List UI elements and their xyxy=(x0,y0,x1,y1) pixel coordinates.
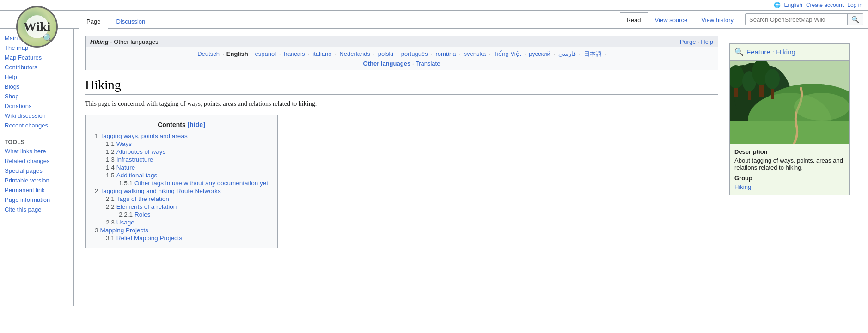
lang-box-actions: Purge · Help xyxy=(680,38,713,45)
sidebar-item-permanent-link[interactable]: Permanent link xyxy=(0,185,73,195)
search-box: 🔍 xyxy=(745,13,863,25)
lang-nederlands[interactable]: Nederlands xyxy=(339,50,370,57)
lang-english: English xyxy=(226,50,248,57)
toc-item-1-3: 1.3Infrastructure xyxy=(95,156,268,163)
svg-rect-6 xyxy=(730,121,849,144)
lang-svenska[interactable]: svenska xyxy=(464,50,486,57)
top-bar: 🌐 English Create account Log in xyxy=(0,0,868,11)
lang-box-title-rest: - Other languages xyxy=(109,38,159,45)
toc-item-3: 3Mapping Projects xyxy=(95,226,268,234)
feature-description-title: Description xyxy=(734,148,844,155)
sidebar-item-what-links-here[interactable]: What links here xyxy=(0,146,73,156)
toc-title: Contents xyxy=(158,121,186,128)
sidebar: Main Page The map Map Features Contribut… xyxy=(0,29,74,306)
action-view-source[interactable]: View source xyxy=(648,12,695,27)
table-of-contents: Contents [hide] 1Tagging ways, points an… xyxy=(85,115,278,248)
tools-section-title: Tools xyxy=(0,136,73,146)
lang-espanol[interactable]: español xyxy=(255,50,276,57)
search-button[interactable]: 🔍 xyxy=(847,14,863,25)
toc-item-1-5-1: 1.5.1Other tags in use without any docum… xyxy=(95,179,268,187)
sidebar-item-wiki-discussion[interactable]: Wiki discussion xyxy=(0,111,73,121)
toc-hide-button[interactable]: [hide] xyxy=(188,121,205,128)
header-actions: Read View source View history xyxy=(620,11,741,28)
sidebar-item-shop[interactable]: Shop xyxy=(0,91,73,101)
toc-item-2-1: 2.1Tags of the relation xyxy=(95,195,268,203)
page-tabs: Page Discussion xyxy=(79,11,620,28)
feature-box-header: 🔍 Feature : Hiking xyxy=(730,44,849,61)
svg-point-14 xyxy=(765,69,780,89)
language-box: Hiking - Other languages Purge · Help De… xyxy=(85,36,718,70)
sidebar-item-page-information[interactable]: Page information xyxy=(0,195,73,205)
tab-discussion[interactable]: Discussion xyxy=(108,14,153,29)
lang-box-title: Hiking - Other languages xyxy=(90,38,158,45)
toc-item-2-2: 2.2Elements of a relation xyxy=(95,203,268,211)
search-input[interactable] xyxy=(746,14,847,25)
lang-italiano[interactable]: italiano xyxy=(312,50,331,57)
other-languages-link[interactable]: Other languages xyxy=(363,60,411,67)
logo-text: Wiki xyxy=(25,15,49,38)
toc-item-2-3: 2.3Usage xyxy=(95,218,268,226)
lang-polski[interactable]: polski xyxy=(378,50,393,57)
toc-item-1-4: 1.4Nature xyxy=(95,163,268,171)
sidebar-divider xyxy=(5,133,69,133)
create-account-link[interactable]: Create account xyxy=(806,2,844,8)
lang-romana[interactable]: română xyxy=(436,50,456,57)
sidebar-item-printable-version[interactable]: Printable version xyxy=(0,176,73,185)
svg-point-15 xyxy=(794,93,849,121)
page-right-panel: 🔍 Feature : Hiking xyxy=(729,29,859,306)
sidebar-item-recent-changes[interactable]: Recent changes xyxy=(0,121,73,130)
feature-description-text: About tagging of ways, points, areas and… xyxy=(734,157,844,171)
feature-group-link[interactable]: Hiking xyxy=(734,183,751,190)
lang-francais[interactable]: français xyxy=(284,50,305,57)
sidebar-item-help[interactable]: Help xyxy=(0,72,73,82)
tab-page[interactable]: Page xyxy=(79,14,108,29)
sidebar-item-contributors[interactable]: Contributors xyxy=(0,62,73,72)
language-list: Deutsch · English · español · français ·… xyxy=(90,50,713,58)
main-layout: Main Page The map Map Features Contribut… xyxy=(0,29,868,306)
toc-item-1-2: 1.2Attributes of ways xyxy=(95,148,268,156)
translate-link[interactable]: Translate xyxy=(416,60,440,67)
sidebar-item-special-pages[interactable]: Special pages xyxy=(0,166,73,176)
wiki-logo: Wiki 🔍 xyxy=(16,6,58,48)
lang-farsi[interactable]: فارسی xyxy=(558,50,576,57)
lang-russian[interactable]: русский xyxy=(529,50,550,57)
lang-box-title-italic: Hiking xyxy=(90,38,109,45)
toc-header: Contents [hide] xyxy=(95,121,268,128)
sidebar-item-map-features[interactable]: Map Features xyxy=(0,53,73,62)
toc-item-1-1: 1.1Ways xyxy=(95,140,268,148)
lang-box-content: Deutsch · English · español · français ·… xyxy=(86,47,718,70)
lang-box-header: Hiking - Other languages Purge · Help xyxy=(86,36,718,47)
toc-item-1-5: 1.5Additional tags xyxy=(95,171,268,179)
feature-box-body: Description About tagging of ways, point… xyxy=(730,144,849,195)
toc-items: 1Tagging ways, points and areas1.1Ways1.… xyxy=(95,132,268,242)
action-view-history[interactable]: View history xyxy=(694,12,740,27)
lang-portugues[interactable]: português xyxy=(401,50,428,57)
toc-item-3-1: 3.1Relief Mapping Projects xyxy=(95,234,268,242)
feature-box: 🔍 Feature : Hiking xyxy=(729,43,850,195)
feature-title: Feature : Hiking xyxy=(746,48,795,56)
sidebar-item-donations[interactable]: Donations xyxy=(0,101,73,111)
toc-item-1: 1Tagging ways, points and areas xyxy=(95,132,268,140)
language-icon: 🌐 xyxy=(774,2,781,8)
lang-deutsch[interactable]: Deutsch xyxy=(197,50,220,57)
feature-icon: 🔍 xyxy=(734,48,744,56)
content-area: Hiking - Other languages Purge · Help De… xyxy=(74,29,729,306)
help-link[interactable]: Help xyxy=(701,38,713,45)
lang-box-footer: Other languages · Translate xyxy=(90,60,713,67)
feature-box-image xyxy=(730,61,849,144)
sidebar-item-cite-this-page[interactable]: Cite this page xyxy=(0,205,73,214)
toc-item-2: 2Tagging walking and hiking Route Networ… xyxy=(95,187,268,195)
header: Wiki 🔍 Page Discussion Read View source … xyxy=(0,11,868,29)
lang-japanese[interactable]: 日本語 xyxy=(584,50,602,57)
toc-item-2-2-1: 2.2.1Roles xyxy=(95,211,268,218)
login-link[interactable]: Log in xyxy=(847,2,862,8)
purge-link[interactable]: Purge xyxy=(680,38,696,45)
sidebar-item-related-changes[interactable]: Related changes xyxy=(0,156,73,166)
action-read[interactable]: Read xyxy=(620,12,648,27)
lang-tieng-viet[interactable]: Tiếng Việt xyxy=(494,50,521,57)
sidebar-item-blogs[interactable]: Blogs xyxy=(0,82,73,91)
language-english[interactable]: English xyxy=(784,2,802,8)
logo: Wiki 🔍 xyxy=(0,6,74,48)
page-intro: This page is concerned with tagging of w… xyxy=(85,100,718,108)
feature-group-title: Group xyxy=(734,175,844,182)
